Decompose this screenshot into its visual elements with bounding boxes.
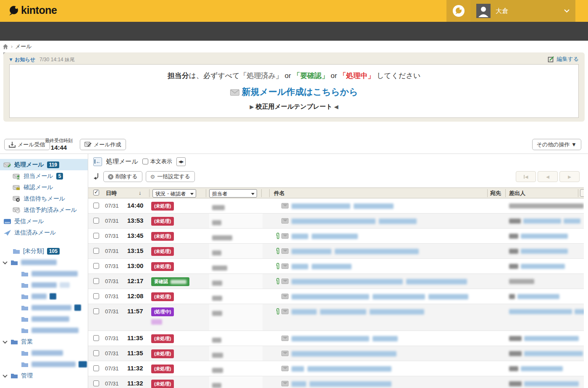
mail-row[interactable]: 07/3113:00(未処理) bbox=[88, 259, 588, 274]
body-view-toggle[interactable]: 本文表示 bbox=[142, 158, 172, 165]
collapse-sidebar-button[interactable]: ← bbox=[93, 157, 102, 166]
sidebar-item-process-mail[interactable]: 処理メール 119 bbox=[0, 159, 88, 170]
folder-group-1[interactable] bbox=[0, 257, 88, 268]
chevron-expand-icon[interactable] bbox=[3, 259, 7, 264]
status-filter-select[interactable]: 状況・確認者 bbox=[152, 189, 196, 198]
mail-row[interactable]: 07/3111:57(処理中) bbox=[88, 304, 588, 331]
home-icon[interactable] bbox=[3, 44, 8, 49]
redacted-folder-name bbox=[32, 328, 79, 333]
action-bar: メール受信 最終受信時刻 14:44 メール作成 その他の操作 ▼ bbox=[0, 137, 588, 154]
pager-prev-button[interactable]: ◀ bbox=[538, 171, 558, 182]
sidebar-item-confirm-mail[interactable]: 確認メール bbox=[0, 182, 88, 193]
folder-sub[interactable] bbox=[0, 347, 88, 359]
sidebar-item-sent[interactable]: 送信済みメール bbox=[0, 227, 88, 238]
mail-row[interactable]: 07/3113:15(未処理) bbox=[88, 244, 588, 259]
row-checkbox[interactable] bbox=[93, 233, 99, 239]
mail-subject[interactable] bbox=[291, 279, 467, 284]
kintone-logo[interactable]: kintone bbox=[8, 4, 57, 16]
mail-row[interactable]: 07/3114:40(未処理) bbox=[88, 198, 588, 214]
row-checkbox[interactable] bbox=[93, 350, 99, 356]
pager-first-button[interactable]: ◀ bbox=[516, 171, 536, 182]
col-to[interactable]: 宛先 bbox=[490, 190, 501, 197]
template-link[interactable]: ▶ 校正用メールテンプレート ◀ bbox=[10, 103, 578, 111]
mail-date: 07/31 bbox=[105, 218, 119, 224]
folder-group-sales[interactable]: 営業 bbox=[0, 336, 88, 347]
folder-sub[interactable] bbox=[0, 268, 88, 279]
mail-envelope-icon bbox=[281, 233, 289, 239]
announcement-toggle[interactable]: ▼ お知らせ bbox=[8, 56, 35, 63]
row-checkbox[interactable] bbox=[93, 308, 99, 314]
row-checkbox[interactable] bbox=[93, 380, 99, 386]
mail-envelope-icon bbox=[281, 294, 289, 299]
mail-subject[interactable] bbox=[291, 351, 396, 357]
breadcrumb-separator: › bbox=[11, 44, 13, 49]
mail-subject[interactable] bbox=[291, 336, 398, 341]
folder-sub[interactable] bbox=[0, 291, 88, 302]
mail-row[interactable]: 07/3111:32(未処理) bbox=[88, 361, 588, 376]
mail-subject[interactable] bbox=[291, 294, 468, 299]
bulk-set-button[interactable]: ⚙一括設定する bbox=[146, 171, 195, 182]
mail-date: 07/31 bbox=[105, 380, 119, 387]
row-checkbox[interactable] bbox=[93, 278, 99, 284]
mail-row[interactable]: 07/3111:32(未処理) bbox=[88, 376, 588, 388]
folder-sub[interactable] bbox=[0, 313, 88, 325]
col-datetime[interactable]: 日時 bbox=[106, 190, 117, 197]
more-actions-button[interactable]: その他の操作 ▼ bbox=[532, 139, 581, 150]
pager-next-button[interactable]: ▶ bbox=[559, 171, 580, 182]
receive-mail-button[interactable]: メール受信 bbox=[4, 139, 50, 150]
col-subject[interactable]: 件名 bbox=[274, 190, 285, 197]
mail-time: 11:32 bbox=[127, 380, 143, 387]
assignee-filter-select[interactable]: 担当者 bbox=[209, 189, 257, 198]
delete-button[interactable]: ×削除する bbox=[103, 171, 142, 182]
mail-subject[interactable] bbox=[291, 219, 417, 224]
sidebar-item-label: 送信予約済みメール bbox=[24, 206, 77, 214]
mail-subject[interactable] bbox=[291, 381, 391, 387]
mail-subject[interactable] bbox=[291, 249, 419, 254]
mail-row[interactable]: 07/3112:08(未処理) bbox=[88, 289, 588, 304]
mail-subject[interactable] bbox=[291, 366, 391, 372]
announcement-edit-link[interactable]: 編集する bbox=[548, 55, 579, 63]
mail-subject[interactable] bbox=[291, 234, 358, 239]
prev-page-icon: ◀ bbox=[546, 174, 549, 179]
row-checkbox[interactable] bbox=[93, 248, 99, 254]
sidebar-item-inbox[interactable]: 受信メール bbox=[0, 216, 88, 227]
line1-or2: or bbox=[329, 72, 339, 80]
mail-subject[interactable] bbox=[291, 264, 352, 269]
row-checkbox[interactable] bbox=[93, 203, 99, 208]
user-menu[interactable]: 大倉 bbox=[470, 0, 575, 22]
sidebar-item-label: 受信メール bbox=[14, 218, 44, 225]
folder-group-admin[interactable]: 管理 bbox=[0, 370, 88, 381]
mail-subject[interactable] bbox=[291, 309, 424, 315]
breadcrumb-app[interactable]: メール bbox=[15, 43, 32, 50]
mail-row[interactable]: 07/3111:35(未処理) bbox=[88, 346, 588, 361]
sidebar-item-waiting-mail[interactable]: 送信待ちメール bbox=[0, 193, 88, 204]
new-mail-link[interactable]: 新規メール作成はこちらから bbox=[10, 86, 578, 98]
chevron-expand-icon[interactable] bbox=[3, 339, 7, 343]
folder-sub[interactable] bbox=[0, 302, 88, 313]
mail-row[interactable]: 07/3111:35(未処理) bbox=[88, 331, 588, 346]
folder-sub[interactable] bbox=[0, 325, 88, 336]
sidebar-item-assigned-mail[interactable]: 担当メール 5 bbox=[0, 170, 88, 182]
sort-desc-icon[interactable]: ↓ bbox=[139, 190, 142, 196]
compose-mail-button[interactable]: メール作成 bbox=[80, 139, 126, 150]
row-checkbox[interactable] bbox=[93, 218, 99, 224]
row-checkbox[interactable] bbox=[93, 335, 99, 341]
row-checkbox[interactable] bbox=[93, 263, 99, 269]
column-resize-button[interactable]: ◀|▶ bbox=[176, 157, 186, 166]
row-checkbox[interactable] bbox=[93, 293, 99, 299]
col-from[interactable]: 差出人 bbox=[509, 190, 525, 197]
chevron-expand-icon[interactable] bbox=[3, 372, 7, 377]
mail-subject[interactable] bbox=[291, 203, 394, 209]
app-launcher-button[interactable] bbox=[446, 0, 470, 22]
folder-sub[interactable] bbox=[0, 359, 88, 370]
redacted-count-badge bbox=[50, 293, 56, 299]
checkbox[interactable] bbox=[142, 159, 148, 164]
mail-row[interactable]: 07/3112:17要確認 bbox=[88, 274, 588, 289]
folder-sub[interactable] bbox=[0, 279, 88, 291]
folder-uncategorized[interactable]: [未分類] 105 bbox=[0, 245, 88, 257]
row-checkbox[interactable] bbox=[93, 365, 99, 371]
select-all-checkbox[interactable] bbox=[93, 190, 99, 195]
mail-row[interactable]: 07/3113:53(未処理) bbox=[88, 214, 588, 229]
sidebar-item-scheduled-mail[interactable]: 送信予約済みメール bbox=[0, 204, 88, 216]
mail-row[interactable]: 07/3113:45(未処理) bbox=[88, 229, 588, 244]
